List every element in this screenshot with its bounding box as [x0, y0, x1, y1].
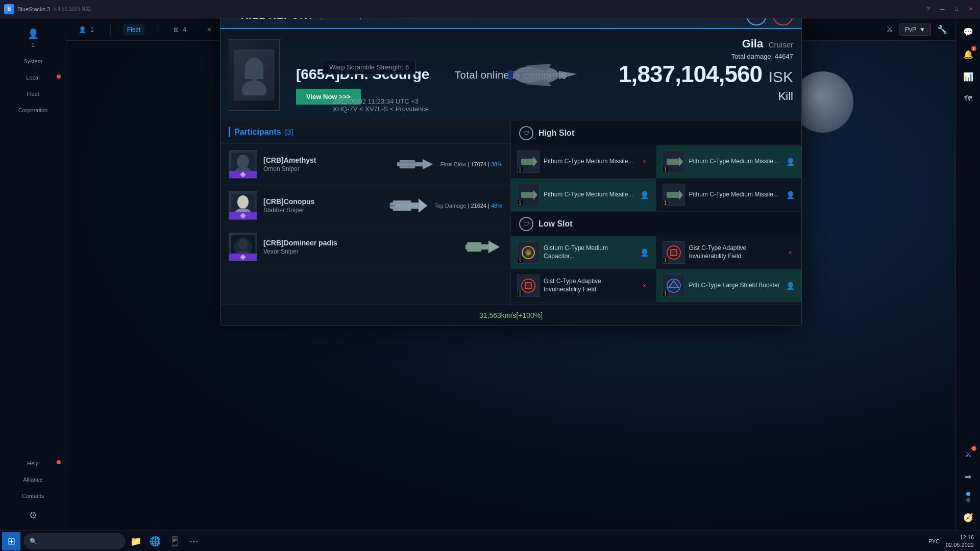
high-slot-icon: 🛡 [519, 126, 533, 140]
low-slot-item-3[interactable]: 1 Gist C-Type Adaptive Invulnerability F… [511, 269, 656, 303]
svg-rect-37 [667, 159, 681, 165]
low-slot-item-2[interactable]: 1 Gist C-Type Adaptive Invulnerability F… [656, 236, 802, 269]
close-btn[interactable]: ✕ [966, 4, 976, 14]
fleet-label: Fleet [27, 91, 39, 97]
sidebar-item-local[interactable]: Local [0, 69, 66, 86]
participant-avatar-domineer [229, 233, 257, 261]
modal-hero: Warp Scramble Strength: 6 [665A]D.H. Sco… [220, 29, 801, 121]
eq-name-hs4: Pithum C-Type Medium Missile... [689, 191, 781, 199]
eq-qty-ls4: 1 [663, 291, 668, 296]
taskbar-apps[interactable]: 📱 [165, 532, 184, 550]
high-slot-grid: 1 Pithum C-Type Medium Missile... × [511, 145, 801, 212]
modal-body: Participants [3] [220, 121, 801, 305]
rank-badge-3 [229, 254, 257, 261]
taskbar-file-explorer[interactable]: 📁 [127, 532, 145, 550]
participant-stats: Final Blow | 17074 | 38% [440, 161, 502, 167]
map-icon[interactable]: 🗺 [959, 90, 977, 108]
compass-icon[interactable]: 🧭 [959, 508, 977, 527]
eq-qty-hs4: 1 [663, 200, 668, 206]
participant-info: [CRB]Amethyst Omen Sniper [263, 156, 387, 172]
participant-avatar-amethyst [229, 150, 257, 179]
ship-svg [485, 44, 587, 106]
isk-row: 1,837,104,560 ISK [619, 60, 793, 88]
user-icon: 👤 [27, 28, 39, 40]
right-sidebar: 💬 🔔 1 📊 🗺 ⚔ 5 ➡ 🧭 [955, 18, 980, 531]
navigation-icon[interactable]: ➡ [959, 467, 977, 486]
participant-item[interactable]: [CRB]Amethyst Omen Sniper [220, 144, 510, 185]
kill-report-modal: ≡ KILL REPORT [ID:7086140] ⧉ ↗ ✕ [220, 2, 802, 325]
system-label: System [23, 58, 42, 64]
participants-panel: Participants [3] [220, 121, 511, 305]
sidebar-item-help[interactable]: Help [0, 455, 66, 471]
sidebar-item-user[interactable]: 👤 1 [0, 22, 66, 53]
eq-action-hs2[interactable]: 👤 [785, 157, 795, 167]
participant-item-domineer[interactable]: [CRB]Domineer padis Vexor Sniper [220, 227, 510, 268]
high-slot-item-4[interactable]: 1 Pithum C-Type Medium Missile... 👤 [656, 179, 802, 212]
avatar-placeholder [234, 49, 275, 101]
search-icon: 🔍 [30, 538, 37, 545]
app-title: BlueStacks 3 [17, 6, 50, 12]
eq-icon-hs1: 1 [517, 151, 540, 173]
low-slot-item-4[interactable]: 1 Pith C-Type Large Shield Booster 👤 [656, 269, 802, 303]
sidebar-item-fleet[interactable]: Fleet [0, 86, 66, 102]
restore-btn[interactable]: □ [951, 4, 962, 14]
help-alert-dot [57, 460, 61, 464]
sidebar-item-corp[interactable]: Corporation [0, 102, 66, 118]
market-icon[interactable]: 📊 [959, 67, 977, 86]
sidebar-item-alliance[interactable]: Contacts Alliance [0, 471, 66, 488]
eq-name-ls1: Gistum C-Type Medium Capacitor... [544, 244, 635, 260]
taskbar-more[interactable]: ⋯ [185, 532, 203, 550]
eq-icon-ls1: ⊕ 1 [517, 241, 540, 264]
stat-value-1-num: 17074 [471, 161, 486, 167]
notification-icon[interactable]: 🔔 1 [959, 45, 977, 63]
kill-values: Gila Cruiser Total damage: 44647 1,837,1… [619, 37, 793, 103]
stat-label-2: Top Damage [434, 203, 466, 209]
svg-marker-30 [488, 241, 500, 253]
eq-info-ls3: Gist C-Type Adaptive Invulnerability Fie… [544, 278, 635, 293]
taskbar-time-value: 12:16 [946, 534, 974, 541]
high-slot-item-1[interactable]: 1 Pithum C-Type Medium Missile... × [511, 145, 656, 179]
taskbar-chrome[interactable]: 🌐 [146, 532, 164, 550]
eq-action-hs4[interactable]: 👤 [785, 190, 795, 200]
combat-icon[interactable]: ⚔ 5 [959, 445, 977, 463]
high-slot-item-3[interactable]: 1 Pithum C-Type Medium Missile... 👤 [511, 179, 656, 212]
sidebar-item-contacts[interactable]: Contacts [0, 488, 66, 504]
eq-action-ls3[interactable]: × [640, 281, 650, 291]
eq-action-ls4[interactable]: 👤 [785, 281, 795, 291]
contacts-label: Contacts [22, 493, 44, 499]
eq-action-hs3[interactable]: 👤 [640, 190, 650, 200]
low-slot-item-1[interactable]: ⊕ 1 Gistum C-Type Medium Capacitor... 👤 [511, 236, 656, 269]
svg-point-18 [237, 195, 249, 209]
sidebar-item-settings[interactable]: ⚙ [0, 504, 66, 527]
help-btn[interactable]: ? [923, 4, 933, 14]
eq-action-ls1[interactable]: 👤 [640, 247, 650, 258]
svg-rect-13 [397, 162, 425, 166]
settings-icon: ⚙ [27, 509, 39, 521]
svg-point-3 [513, 66, 559, 84]
svg-rect-32 [467, 249, 481, 252]
eq-icon-hs2: 1 [663, 151, 685, 173]
eq-info-hs3: Pithum C-Type Medium Missile... [544, 191, 635, 199]
svg-rect-40 [521, 192, 535, 198]
left-sidebar: 👤 1 System Local Fleet Corporation Help … [0, 18, 66, 531]
taskbar: ⊞ 🔍 📁 🌐 📱 ⋯ РУС 12:16 02.05.2022 [0, 531, 980, 551]
minimize-btn[interactable]: — [937, 4, 947, 14]
participants-header: Participants [3] [220, 121, 510, 144]
isk-value: 1,837,104,560 [619, 61, 762, 87]
taskbar-search[interactable]: 🔍 [23, 533, 126, 549]
participant-name: [CRB]Amethyst [263, 156, 387, 164]
eq-action-hs1[interactable]: × [640, 157, 650, 167]
chat-icon[interactable]: 💬 [959, 22, 977, 41]
sidebar-item-system[interactable]: System [0, 53, 66, 69]
start-button[interactable]: ⊞ [2, 532, 20, 550]
eq-action-ls2[interactable]: × [785, 247, 795, 258]
eq-info-ls1: Gistum C-Type Medium Capacitor... [544, 244, 635, 260]
high-slot-item-2[interactable]: 1 Pithum C-Type Medium Missile... 👤 [656, 145, 802, 179]
participant-avatar-conopus [229, 191, 257, 220]
taskbar-lang: РУС [928, 538, 940, 544]
eq-icon-ls2: 1 [663, 241, 685, 264]
eq-icon-hs3: 1 [517, 184, 540, 206]
eq-name-ls3: Gist C-Type Adaptive Invulnerability Fie… [544, 278, 635, 293]
rank-diamond-3 [240, 254, 246, 260]
participant-item-conopus[interactable]: [CRB]Conopus Stabber Sniper [220, 185, 510, 227]
